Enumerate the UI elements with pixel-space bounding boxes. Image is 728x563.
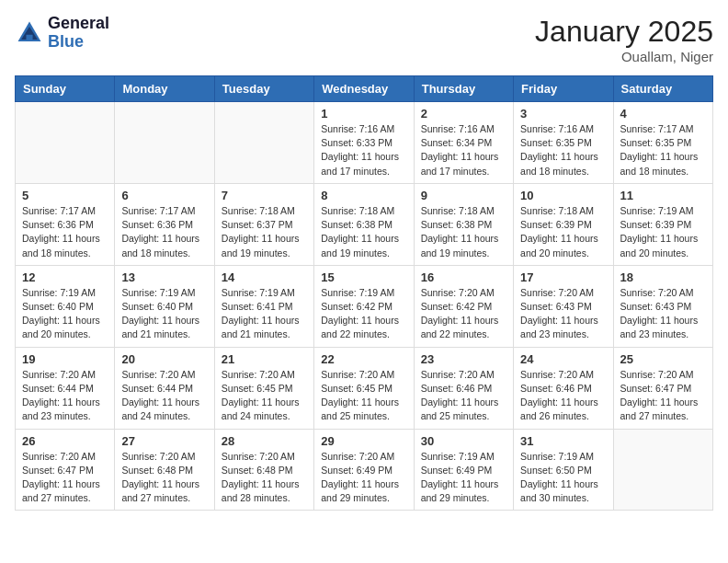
day-number: 21 [222,352,307,366]
daylight-text: Daylight: 11 hours and 18 minutes. [620,150,706,178]
day-info: Sunrise: 7:18 AMSunset: 6:38 PMDaylight:… [421,204,506,260]
day-number: 23 [421,352,506,366]
week-row-5: 26Sunrise: 7:20 AMSunset: 6:47 PMDayligh… [16,429,713,511]
daylight-text: Daylight: 11 hours and 20 minutes. [520,232,606,259]
calendar-cell-2-5: 17Sunrise: 7:20 AMSunset: 6:43 PMDayligh… [514,265,613,347]
day-number: 25 [620,352,706,366]
sunset-text: Sunset: 6:43 PM [620,300,706,314]
calendar-cell-3-6: 25Sunrise: 7:20 AMSunset: 6:47 PMDayligh… [613,347,712,429]
sunset-text: Sunset: 6:48 PM [222,464,307,477]
calendar-cell-1-0: 5Sunrise: 7:17 AMSunset: 6:36 PMDaylight… [16,183,115,265]
sunrise-text: Sunrise: 7:20 AM [121,368,207,382]
weekday-header-thursday: Thursday [414,76,513,102]
sunset-text: Sunset: 6:48 PM [121,464,207,477]
day-info: Sunrise: 7:20 AMSunset: 6:46 PMDaylight:… [520,368,606,424]
daylight-text: Daylight: 11 hours and 24 minutes. [121,396,207,423]
calendar-cell-0-1 [115,102,214,184]
calendar-cell-3-4: 23Sunrise: 7:20 AMSunset: 6:46 PMDayligh… [414,347,513,429]
day-info: Sunrise: 7:19 AMSunset: 6:40 PMDaylight:… [22,286,108,342]
day-number: 2 [421,107,506,121]
day-info: Sunrise: 7:16 AMSunset: 6:35 PMDaylight:… [520,122,606,178]
calendar-cell-1-4: 9Sunrise: 7:18 AMSunset: 6:38 PMDaylight… [414,183,513,265]
daylight-text: Daylight: 11 hours and 25 minutes. [421,396,506,423]
daylight-text: Daylight: 11 hours and 24 minutes. [222,396,307,423]
day-info: Sunrise: 7:20 AMSunset: 6:42 PMDaylight:… [421,286,506,342]
weekday-header-saturday: Saturday [613,76,712,102]
day-number: 22 [321,352,406,366]
sunrise-text: Sunrise: 7:19 AM [421,450,506,464]
day-number: 26 [22,434,108,448]
day-number: 17 [520,270,606,284]
calendar-cell-0-0 [16,102,115,184]
sunrise-text: Sunrise: 7:20 AM [121,450,207,464]
sunrise-text: Sunrise: 7:17 AM [22,204,108,218]
sunrise-text: Sunrise: 7:19 AM [321,286,406,300]
daylight-text: Daylight: 11 hours and 29 minutes. [421,477,506,505]
sunrise-text: Sunrise: 7:20 AM [222,450,307,464]
day-number: 28 [222,434,307,448]
sunset-text: Sunset: 6:33 PM [321,136,406,150]
sunrise-text: Sunrise: 7:20 AM [520,368,606,382]
sunset-text: Sunset: 6:35 PM [620,136,706,150]
page-header: General Blue January 2025 Ouallam, Niger [15,15,713,64]
day-info: Sunrise: 7:19 AMSunset: 6:50 PMDaylight:… [520,450,606,506]
logo-line2: Blue [48,33,109,52]
day-info: Sunrise: 7:19 AMSunset: 6:39 PMDaylight:… [620,204,706,260]
day-info: Sunrise: 7:17 AMSunset: 6:36 PMDaylight:… [22,204,108,260]
sunset-text: Sunset: 6:49 PM [421,464,506,477]
calendar-cell-1-2: 7Sunrise: 7:18 AMSunset: 6:37 PMDaylight… [214,183,313,265]
sunset-text: Sunset: 6:43 PM [520,300,606,314]
daylight-text: Daylight: 11 hours and 27 minutes. [121,477,207,505]
sunrise-text: Sunrise: 7:16 AM [421,122,506,136]
day-number: 4 [620,107,706,121]
day-info: Sunrise: 7:20 AMSunset: 6:46 PMDaylight:… [421,368,506,424]
day-number: 24 [520,352,606,366]
sunrise-text: Sunrise: 7:20 AM [620,286,706,300]
day-info: Sunrise: 7:16 AMSunset: 6:33 PMDaylight:… [321,122,406,178]
sunrise-text: Sunrise: 7:20 AM [222,368,307,382]
daylight-text: Daylight: 11 hours and 19 minutes. [222,232,307,259]
calendar-cell-3-2: 21Sunrise: 7:20 AMSunset: 6:45 PMDayligh… [214,347,313,429]
logo: General Blue [15,15,109,52]
sunrise-text: Sunrise: 7:19 AM [22,286,108,300]
day-info: Sunrise: 7:20 AMSunset: 6:44 PMDaylight:… [121,368,207,424]
day-info: Sunrise: 7:18 AMSunset: 6:37 PMDaylight:… [222,204,307,260]
title-block: January 2025 Ouallam, Niger [535,15,713,64]
logo-line1: General [48,15,109,33]
day-number: 1 [321,107,406,121]
daylight-text: Daylight: 11 hours and 26 minutes. [520,396,606,423]
calendar-cell-0-5: 3Sunrise: 7:16 AMSunset: 6:35 PMDaylight… [514,102,613,184]
calendar-cell-1-5: 10Sunrise: 7:18 AMSunset: 6:39 PMDayligh… [514,183,613,265]
sunset-text: Sunset: 6:45 PM [222,382,307,396]
sunset-text: Sunset: 6:46 PM [421,382,506,396]
day-info: Sunrise: 7:17 AMSunset: 6:35 PMDaylight:… [620,122,706,178]
sunrise-text: Sunrise: 7:20 AM [321,368,406,382]
daylight-text: Daylight: 11 hours and 25 minutes. [321,396,406,423]
daylight-text: Daylight: 11 hours and 28 minutes. [222,477,307,505]
weekday-header-sunday: Sunday [16,76,115,102]
day-info: Sunrise: 7:20 AMSunset: 6:48 PMDaylight:… [121,450,207,506]
sunrise-text: Sunrise: 7:18 AM [421,204,506,218]
calendar-cell-4-0: 26Sunrise: 7:20 AMSunset: 6:47 PMDayligh… [16,429,115,511]
day-info: Sunrise: 7:20 AMSunset: 6:44 PMDaylight:… [22,368,108,424]
day-number: 29 [321,434,406,448]
day-info: Sunrise: 7:20 AMSunset: 6:47 PMDaylight:… [22,450,108,506]
sunrise-text: Sunrise: 7:20 AM [520,286,606,300]
day-info: Sunrise: 7:20 AMSunset: 6:48 PMDaylight:… [222,450,307,506]
calendar-cell-3-5: 24Sunrise: 7:20 AMSunset: 6:46 PMDayligh… [514,347,613,429]
sunset-text: Sunset: 6:34 PM [421,136,506,150]
day-info: Sunrise: 7:17 AMSunset: 6:36 PMDaylight:… [121,204,207,260]
daylight-text: Daylight: 11 hours and 19 minutes. [321,232,406,259]
sunset-text: Sunset: 6:38 PM [321,218,406,232]
sunset-text: Sunset: 6:49 PM [321,464,406,477]
daylight-text: Daylight: 11 hours and 29 minutes. [321,477,406,505]
sunset-text: Sunset: 6:42 PM [321,300,406,314]
sunset-text: Sunset: 6:50 PM [520,464,606,477]
sunset-text: Sunset: 6:39 PM [620,218,706,232]
sunrise-text: Sunrise: 7:20 AM [22,450,108,464]
day-number: 10 [520,189,606,202]
week-row-1: 1Sunrise: 7:16 AMSunset: 6:33 PMDaylight… [16,102,713,184]
logo-icon [15,18,44,48]
day-number: 27 [121,434,207,448]
day-number: 20 [121,352,207,366]
